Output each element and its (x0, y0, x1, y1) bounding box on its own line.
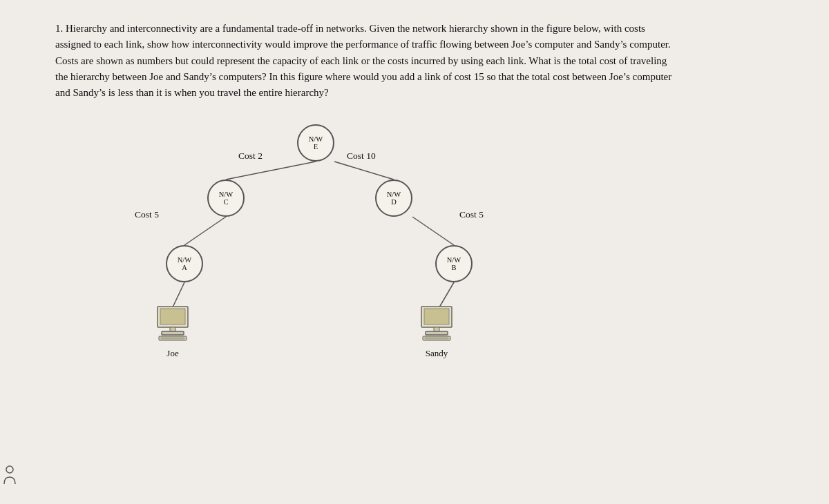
node-E: N/W E (297, 124, 334, 162)
question-body: Hierarchy and interconnectivity are a fu… (55, 23, 671, 98)
svg-line-2 (184, 217, 226, 245)
node-C-label-bottom: C (223, 198, 228, 206)
node-E-label-bottom: E (314, 143, 318, 151)
joe-label: Joe (166, 348, 178, 359)
sandy-computer-icon (416, 304, 457, 345)
node-E-label-top: N/W (309, 135, 323, 144)
question-number: 1. (55, 23, 63, 34)
node-A-label-top: N/W (178, 256, 191, 264)
joe-computer-icon (152, 304, 193, 345)
joe-computer: Joe (152, 304, 193, 359)
svg-rect-15 (426, 331, 448, 335)
svg-point-18 (6, 466, 13, 473)
diagram-area: N/W E N/W C N/W D N/W A N/W B Cost 2 Cos… (97, 117, 580, 373)
node-B-label-bottom: B (451, 264, 456, 272)
node-A-label-bottom: A (182, 264, 187, 272)
sandy-computer: Sandy (416, 304, 457, 359)
svg-line-3 (412, 217, 454, 245)
svg-rect-17 (425, 338, 448, 339)
sandy-label: Sandy (426, 348, 448, 359)
svg-line-1 (334, 162, 394, 180)
svg-rect-14 (434, 327, 439, 331)
cost-label-CA: Cost 5 (135, 209, 159, 220)
node-C-label-top: N/W (219, 191, 233, 199)
svg-rect-13 (424, 309, 449, 324)
svg-line-0 (226, 162, 316, 180)
cost-label-EC: Cost 2 (238, 151, 263, 162)
node-D-label-bottom: D (391, 198, 397, 206)
page: 1. Hierarchy and interconnectivity are a… (0, 0, 829, 504)
cost-label-ED: Cost 10 (347, 151, 376, 162)
svg-rect-8 (170, 327, 175, 331)
bottom-icon (0, 465, 19, 490)
cost-label-DB: Cost 5 (459, 209, 484, 220)
node-C: N/W C (207, 180, 245, 217)
node-B-label-top: N/W (447, 256, 461, 264)
svg-rect-7 (160, 309, 185, 324)
node-D: N/W D (375, 180, 412, 217)
node-D-label-top: N/W (387, 191, 401, 199)
node-B: N/W B (435, 245, 473, 282)
svg-rect-11 (161, 338, 184, 339)
question-text: 1. Hierarchy and interconnectivity are a… (55, 21, 677, 101)
svg-rect-9 (162, 331, 184, 335)
node-A: N/W A (166, 245, 203, 282)
